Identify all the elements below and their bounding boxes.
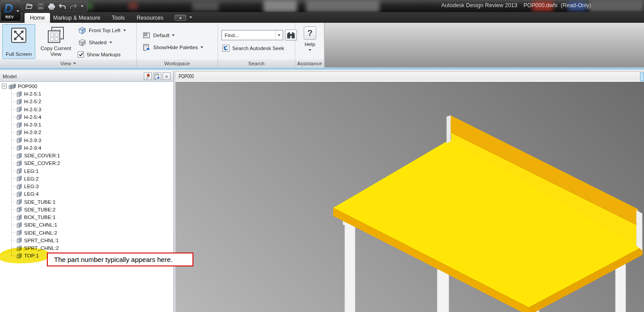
ribbon-panel-search: Find... Search Autodesk Seek Search (218, 23, 295, 69)
print-button[interactable] (47, 2, 56, 11)
show-hide-palettes-dropdown[interactable]: Show/Hide Palettes (143, 43, 203, 52)
combobox-dropdown-button[interactable] (275, 30, 283, 40)
tree-item[interactable]: H-2-9:4 (16, 144, 41, 152)
open-button[interactable] (25, 2, 34, 11)
undo-arrow-icon (59, 4, 66, 9)
view-panel-label[interactable]: View (0, 59, 136, 67)
chevron-down-icon (73, 63, 76, 64)
3d-model-table[interactable] (176, 82, 644, 312)
auto-hide-button[interactable] (144, 72, 152, 80)
search-autodesk-seek[interactable]: Search Autodesk Seek (222, 44, 284, 53)
app-button-label: REV (5, 15, 14, 19)
tree-item[interactable]: LEG:3 (16, 183, 39, 190)
tree-item[interactable]: TOP:1 (16, 252, 39, 260)
model-palette: Model × (0, 71, 174, 312)
tree-item[interactable]: SPRT_CHNL:1 (16, 236, 59, 244)
ribbon-panel-view: Full Screen Copy Current View Front Top … (0, 23, 137, 69)
chevron-down-icon (278, 34, 280, 36)
tree-item[interactable]: LEG:2 (16, 175, 39, 182)
chevron-down-icon (109, 42, 112, 43)
part-cube-icon (16, 245, 22, 251)
autodesk-seek-icon (222, 45, 230, 52)
minimize-ribbon-button[interactable] (175, 15, 186, 21)
main-area: Model × (0, 69, 644, 312)
tree-item[interactable]: H-2-5:1 (16, 90, 41, 98)
viewport-corner-button[interactable] (640, 72, 644, 81)
ribbon-options-chevron-icon[interactable] (189, 17, 192, 18)
tree-item[interactable]: H-2-5:4 (16, 113, 41, 121)
pushpin-icon (145, 73, 151, 79)
tree-item[interactable]: SDE_TUBE:2 (16, 206, 55, 213)
part-cube-icon (16, 253, 22, 259)
part-cube-icon (16, 130, 22, 135)
collapse-expander-icon[interactable] (2, 84, 7, 89)
undo-button[interactable] (58, 2, 67, 11)
find-combobox-value: Find... (225, 33, 239, 38)
tree-item[interactable]: BCK_TUBE:1 (16, 214, 55, 221)
binoculars-icon (287, 32, 295, 39)
part-cube-icon (16, 184, 22, 190)
part-cube-icon (16, 237, 22, 243)
full-screen-button[interactable]: Full Screen (2, 24, 35, 59)
shading-mode-dropdown[interactable]: Shaded (78, 38, 112, 47)
find-combobox[interactable]: Find... (222, 30, 283, 40)
shaded-cube-icon (78, 38, 86, 46)
3d-canvas[interactable] (176, 82, 644, 312)
open-folder-icon (25, 3, 33, 9)
qat-customize-button[interactable] (80, 2, 85, 11)
tree-item[interactable]: H-2-9:2 (16, 129, 41, 136)
part-cube-icon (16, 106, 22, 112)
design-review-logo-icon: D (4, 1, 13, 16)
application-menu-button[interactable]: D REV (0, 0, 21, 21)
part-cube-icon (16, 122, 22, 128)
part-cube-icon (16, 114, 22, 120)
tab-tools[interactable]: Tools (106, 13, 130, 23)
tree-item[interactable]: SDE_COVER:1 (16, 152, 60, 160)
redo-button[interactable] (69, 2, 78, 11)
tree-item[interactable]: H-2-9:1 (16, 121, 41, 129)
view-orientation-dropdown[interactable]: Front Top Left (78, 26, 126, 35)
tree-item[interactable]: SIDE_CHNL:2 (16, 229, 57, 236)
window-title: Autodesk Design Review 2013 POP000.dwfx … (441, 2, 591, 8)
palette-properties-button[interactable] (153, 72, 161, 80)
tree-item[interactable]: H-2-9:3 (16, 136, 41, 144)
redo-arrow-icon (70, 4, 77, 9)
tree-item[interactable]: H-2-5:2 (16, 98, 41, 105)
tree-item[interactable]: SIDE_CHNL:1 (16, 221, 57, 229)
palette-title: Model (3, 74, 17, 79)
show-markups-checkbox-row[interactable]: Show Markups (78, 50, 121, 59)
assistance-panel-label: Assistance (295, 59, 324, 67)
show-markups-checkbox[interactable] (78, 51, 84, 58)
part-cube-icon (16, 176, 22, 181)
save-button[interactable] (36, 2, 46, 11)
full-screen-icon (10, 27, 27, 44)
tree-item[interactable]: SPRT_CHNL:2 (16, 245, 59, 252)
part-cube-icon (16, 207, 22, 212)
workspace-default-dropdown[interactable]: Default (143, 31, 175, 40)
check-icon (79, 52, 84, 57)
tree-item[interactable]: SDE_COVER:2 (16, 160, 60, 167)
copy-current-view-button[interactable]: Copy Current View (38, 24, 74, 59)
printer-icon (48, 3, 55, 10)
part-cube-icon (16, 222, 22, 228)
tab-resources[interactable]: Resources (131, 13, 169, 23)
tree-root-item[interactable]: POP000 (2, 82, 37, 90)
tree-item[interactable]: SDE_TUBE:1 (16, 198, 55, 206)
help-button[interactable]: ? Help (300, 24, 320, 56)
part-cube-icon (16, 160, 22, 166)
part-cube-icon (16, 145, 22, 151)
ribbon-empty-area (324, 23, 644, 69)
close-icon[interactable]: × (163, 72, 171, 80)
quick-access-toolbar (22, 1, 88, 12)
tab-home[interactable]: Home (25, 13, 50, 23)
tree-item[interactable]: H-2-5:3 (16, 105, 41, 113)
tab-markup-measure[interactable]: Markup & Measure (48, 13, 106, 23)
table-top (333, 139, 643, 312)
chevron-down-icon (123, 30, 126, 31)
tree-item[interactable]: LEG:1 (16, 167, 39, 175)
tree-item[interactable]: LEG:4 (16, 190, 39, 198)
model-tree: POP000 H-2-5:1 H-2-5:2 H-2-5:3 H-2-5:4 H… (0, 82, 173, 312)
blurred-background-window (306, 0, 380, 12)
chevron-down-icon (309, 49, 311, 51)
viewport-tab[interactable]: POP000 (179, 73, 194, 80)
